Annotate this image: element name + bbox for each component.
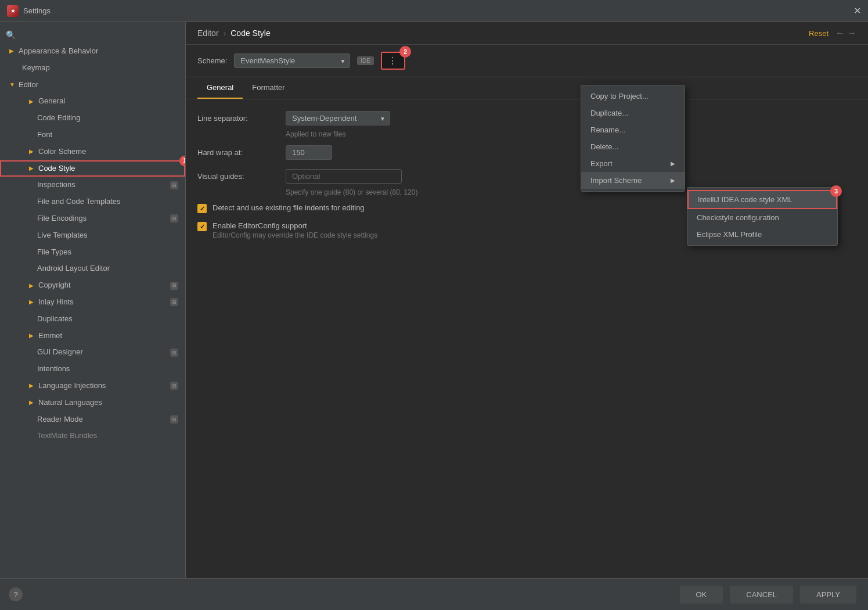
sidebar-item-color-scheme[interactable]: ▶ Color Scheme (0, 143, 185, 160)
sidebar-item-file-templates[interactable]: File and Code Templates (0, 193, 185, 210)
expand-arrow-icon: ▶ (29, 331, 35, 340)
step-badge-1: 1 (179, 156, 186, 166)
line-separator-select-wrapper: System-Dependent (286, 111, 390, 125)
step-badge-2: 2 (399, 46, 411, 58)
sidebar-item-inspections[interactable]: Inspections ⊞ (0, 177, 185, 193)
main-layout: 🔍 ▶ Appearance & Behavior Keymap ▼ Edito… (0, 22, 868, 578)
sidebar-item-copyright[interactable]: ▶ Copyright ⊞ (0, 277, 185, 294)
expand-arrow-icon: ▶ (9, 46, 15, 56)
window-title: Settings (23, 6, 51, 15)
sidebar-item-file-encodings[interactable]: File Encodings ⊞ (0, 210, 185, 227)
sidebar-item-gui-designer[interactable]: GUI Designer ⊞ (0, 344, 185, 361)
header-actions: Reset ← → (809, 28, 856, 38)
dropdown-item-import-scheme[interactable]: Import Scheme ▶ (581, 172, 685, 189)
hard-wrap-row: Hard wrap at: (197, 145, 856, 160)
detect-indent-checkbox[interactable] (197, 204, 207, 213)
scheme-ide-badge: IDE (357, 56, 374, 65)
sidebar-item-live-templates[interactable]: Live Templates (0, 227, 185, 244)
sidebar-item-android-layout[interactable]: Android Layout Editor (0, 260, 185, 277)
scheme-label: Scheme: (197, 56, 227, 65)
reset-button[interactable]: Reset (809, 29, 829, 38)
sidebar-item-textmate[interactable]: TextMate Bundles (0, 428, 185, 444)
detect-indent-label: Detect and use existing file indents for… (213, 203, 365, 212)
visual-guides-input[interactable] (286, 169, 402, 184)
expand-arrow-icon: ▶ (29, 297, 35, 307)
titlebar: ★ Settings ✕ (0, 0, 868, 22)
search-icon: 🔍 (6, 30, 16, 40)
sidebar-item-reader-mode[interactable]: Reader Mode ⊞ (0, 411, 185, 428)
sidebar-item-emmet[interactable]: ▶ Emmet (0, 328, 185, 345)
cancel-button[interactable]: CANCEL (730, 586, 793, 604)
plus-badge: ⊞ (170, 298, 178, 306)
submenu: IntelliJ IDEA code style XML 3 Checkstyl… (687, 187, 838, 246)
nav-arrows: ← → (835, 28, 856, 38)
dropdown-item-export[interactable]: Export ▶ (581, 155, 685, 172)
apply-button[interactable]: APPLY (800, 586, 856, 604)
line-separator-select[interactable]: System-Dependent (286, 111, 390, 125)
sidebar-item-file-types[interactable]: File Types (0, 244, 185, 261)
hard-wrap-input[interactable] (286, 145, 332, 160)
scheme-options-wrapper: ⋮ 2 (381, 52, 405, 70)
tab-formatter[interactable]: Formatter (243, 77, 294, 99)
sidebar-item-intentions[interactable]: Intentions (0, 361, 185, 378)
editorconfig-checkbox[interactable] (197, 222, 207, 231)
step-badge-3: 3 (830, 185, 842, 197)
app-icon: ★ (7, 5, 19, 17)
sidebar: 🔍 ▶ Appearance & Behavior Keymap ▼ Edito… (0, 22, 186, 578)
sidebar-item-code-editing[interactable]: Code Editing (0, 110, 185, 127)
bottom-bar: OK CANCEL APPLY (0, 578, 868, 610)
plus-badge: ⊞ (170, 214, 178, 223)
sidebar-item-editor[interactable]: ▼ Editor (0, 77, 185, 94)
line-separator-row: Line separator: System-Dependent (197, 111, 856, 125)
expand-arrow-icon: ▶ (29, 398, 35, 407)
close-button[interactable]: ✕ (853, 5, 861, 16)
submenu-item-intellij-xml[interactable]: IntelliJ IDEA code style XML 3 (687, 190, 837, 209)
line-separator-hint: Applied to new files (286, 130, 856, 138)
expand-arrow-icon: ▼ (9, 80, 15, 89)
visual-guides-label: Visual guides: (197, 172, 279, 181)
editorconfig-text-group: Enable EditorConfig support EditorConfig… (213, 221, 377, 239)
expand-arrow-icon: ▶ (29, 147, 35, 156)
sidebar-item-natural-languages[interactable]: ▶ Natural Languages (0, 394, 185, 411)
tab-general[interactable]: General (197, 77, 243, 99)
plus-badge: ⊞ (170, 349, 178, 357)
export-arrow-icon: ▶ (671, 160, 675, 167)
dropdown-item-duplicate[interactable]: Duplicate... (581, 105, 685, 121)
sidebar-item-keymap[interactable]: Keymap (0, 60, 185, 77)
forward-button[interactable]: → (847, 28, 856, 38)
settings-body: Line separator: System-Dependent Applied… (186, 99, 868, 578)
scheme-select[interactable]: EventMeshStyle (234, 53, 350, 68)
sidebar-item-general[interactable]: ▶ General (0, 93, 185, 110)
code-style-wrapper: ▶ Code Style 1 (0, 160, 185, 177)
submenu-item-eclipse-xml[interactable]: Eclipse XML Profile (687, 226, 837, 243)
sidebar-item-language-injections[interactable]: ▶ Language Injections ⊞ (0, 378, 185, 394)
plus-badge: ⊞ (170, 382, 178, 390)
sidebar-item-inlay-hints[interactable]: ▶ Inlay Hints ⊞ (0, 294, 185, 311)
help-button[interactable]: ? (9, 587, 23, 601)
dropdown-item-copy-to-project[interactable]: Copy to Project... (581, 88, 685, 105)
expand-arrow-icon: ▶ (29, 381, 35, 390)
editorconfig-label: Enable EditorConfig support (213, 221, 377, 230)
hard-wrap-label: Hard wrap at: (197, 148, 279, 157)
plus-badge: ⊞ (170, 181, 178, 189)
sidebar-item-code-style[interactable]: ▶ Code Style 1 (0, 160, 185, 177)
search-row: 🔍 (0, 27, 185, 43)
ok-button[interactable]: OK (680, 586, 723, 604)
scheme-row: Scheme: EventMeshStyle IDE ⋮ 2 (186, 45, 868, 77)
back-button[interactable]: ← (835, 28, 845, 38)
plus-badge: ⊞ (170, 415, 178, 424)
submenu-item-checkstyle[interactable]: Checkstyle configuration (687, 209, 837, 226)
dropdown-item-delete[interactable]: Delete... (581, 138, 685, 155)
expand-arrow-icon: ▶ (29, 164, 35, 173)
expand-arrow-icon: ▶ (29, 281, 35, 290)
sidebar-item-font[interactable]: Font (0, 127, 185, 143)
sidebar-item-duplicates[interactable]: Duplicates (0, 311, 185, 328)
scheme-select-wrapper: EventMeshStyle (234, 53, 350, 68)
expand-arrow-icon: ▶ (29, 97, 35, 106)
sidebar-item-appearance[interactable]: ▶ Appearance & Behavior (0, 43, 185, 60)
breadcrumb-separator: › (224, 28, 226, 38)
breadcrumb-current: Code Style (230, 28, 270, 38)
breadcrumb: Editor › Code Style (197, 28, 271, 38)
dropdown-item-rename[interactable]: Rename... (581, 121, 685, 138)
import-arrow-icon: ▶ (671, 177, 675, 184)
